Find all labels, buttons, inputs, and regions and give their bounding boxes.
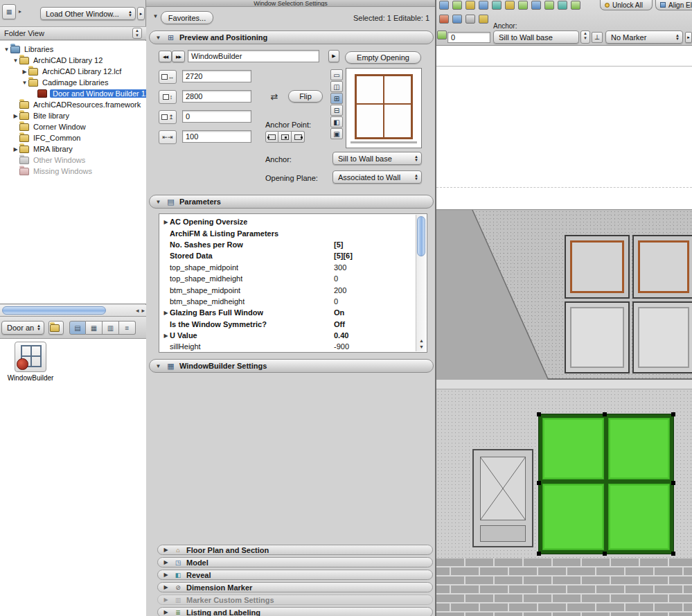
expand-arrow-icon[interactable]: ▸ [19,8,21,15]
flip-button[interactable]: Flip [288,90,323,103]
toolbar-icon[interactable] [558,1,567,10]
window-type-5-button[interactable]: ◧ [330,116,343,127]
scrollbar-arrows[interactable]: ▲▼ [416,337,427,350]
selection-handle[interactable] [671,412,675,416]
concrete-wall-upper[interactable] [436,209,692,380]
parameter-value[interactable]: -900 [334,342,349,351]
sill-reference-icon[interactable]: ⟂ [592,32,603,43]
window-type-3-button[interactable]: ⊞ [330,93,343,104]
opening-plane-dropdown[interactable]: Associated to Wall ▲▼ [332,170,422,184]
parameter-row[interactable]: top_shape_midpoint 300 [159,262,415,273]
anchor-dropdown[interactable]: Sill to Wall base ▲▼ [332,152,422,165]
section-disclosure-icon[interactable]: ▶ [162,559,170,565]
section-disclosure-icon[interactable]: ▶ [162,597,170,603]
unlock-all-button[interactable]: Unlock All [600,0,653,10]
parameter-value[interactable]: 0 [334,274,338,283]
section-header-parameters[interactable]: ▼ ▤ Parameters [149,195,434,209]
section-disclosure-icon[interactable]: ▶ [162,572,170,578]
parameter-disclosure-icon[interactable]: ▶ [162,333,170,339]
anchor-dropdown[interactable]: Sill to Wall base [493,30,579,44]
window-type-1-button[interactable]: ▭ [330,69,343,80]
parameter-value[interactable]: Off [334,320,345,328]
section-disclosure-icon[interactable]: ▼ [154,363,162,369]
view-mode-list-button[interactable]: ≡ [119,321,136,335]
load-other-window-dropdown[interactable]: Load Other Window... ▲▼ [40,7,136,20]
selection-handle[interactable] [603,412,607,416]
parameter-value[interactable]: 200 [334,286,346,294]
parameter-row[interactable]: Is the Window Symmetric? Off [159,319,415,330]
favorites-button[interactable]: Favorites... [161,11,213,24]
favorites-disclosure-icon[interactable]: ▼ [152,13,159,19]
scrollbar-thumb[interactable] [417,216,425,256]
parameter-value[interactable]: 0 [334,297,338,306]
parameter-row[interactable]: ▶ Glazing Bars Full Window On [159,307,415,318]
browse-object-button[interactable]: ▶ [328,50,339,62]
parameter-row[interactable]: btm_shape_midpoint 200 [159,284,415,295]
elevation-canvas[interactable] [436,46,692,616]
section-disclosure-icon[interactable]: ▶ [162,584,170,590]
view-mode-grid-button[interactable]: ▦ [86,321,103,335]
parameter-row[interactable]: ArchiFM & Listing Parameters [159,227,415,238]
previous-object-button[interactable]: ◀◀ [159,51,172,62]
toolbar-icon[interactable] [479,15,488,24]
section-disclosure-icon[interactable]: ▶ [162,547,170,553]
disclosure-triangle-icon[interactable]: ▶ [12,113,19,119]
anchor-center-button[interactable] [278,131,292,143]
height-field[interactable]: 2800 [182,90,251,103]
toolbar-icon[interactable] [544,1,554,10]
disclosure-triangle-icon[interactable]: ▼ [12,58,19,64]
dialog-titlebar[interactable]: Window Selection Settings [146,0,435,7]
anchor-left-button[interactable] [265,131,278,143]
tree-item[interactable]: Door and Window Builder 12 [0,88,146,99]
tree-horizontal-scrollbar[interactable]: ◂▸ [0,305,146,317]
toolbar-overflow-button[interactable]: ▸ [685,32,692,43]
object-name-field[interactable]: WindowBuilder [188,50,319,62]
selected-window[interactable] [538,414,674,554]
selection-handle[interactable] [671,552,675,556]
tree-item[interactable]: ArchiCADResources.framework [0,99,146,110]
lower-sash-left[interactable] [565,301,630,373]
toolbar-icon[interactable] [479,1,488,10]
parameter-row[interactable]: ▶ U Value 0.40 [159,330,415,341]
section-disclosure-icon[interactable]: ▼ [154,35,162,41]
next-object-button[interactable]: ▶▶ [172,51,185,62]
tree-item[interactable]: ▼ Libraries [0,44,146,55]
parameter-row[interactable]: ▶ AC Opening Oversize [159,216,415,227]
parameter-value[interactable]: [5] [334,240,343,249]
view-mode-columns-button[interactable]: ▥ [103,321,119,335]
window-type-6-button[interactable]: ▣ [330,128,343,139]
tree-item[interactable]: Corner Window [0,121,146,132]
tree-item[interactable]: ▼ Cadimage Libraries [0,77,146,88]
toolbar-icon[interactable] [531,1,541,10]
window-preview[interactable] [346,68,422,148]
toolbar-icon[interactable] [505,1,515,10]
collapsed-section-header[interactable]: ▶ Dimension Marker [157,582,433,592]
parameter-row[interactable]: Stored Data [5][6] [159,250,415,261]
tree-item[interactable]: ▶ MRA library [0,143,146,155]
parameters-scrollbar[interactable]: ▲▼ [416,215,426,351]
toolbar-icon[interactable] [571,1,580,10]
section-header-windowbuilder-settings[interactable]: ▼ ▦ WindowBuilder Settings [149,359,434,373]
coordinate-field[interactable]: 0 [447,32,490,43]
scrollbar-arrows[interactable]: ◂▸ [136,306,145,316]
tree-item[interactable]: Missing Windows [0,166,146,177]
section-header-preview[interactable]: ▼ ⊞ Preview and Positioning [149,30,434,44]
parameter-row[interactable]: No. Sashes per Row [5] [159,239,415,250]
window-type-2-button[interactable]: ◫ [330,81,343,92]
disclosure-triangle-icon[interactable]: ▼ [21,80,28,86]
elevation-field[interactable]: 0 [182,110,251,123]
section-disclosure-icon[interactable]: ▶ [162,609,170,615]
library-view-button[interactable]: ▦ [2,4,16,19]
window-type-4-button[interactable]: ⊟ [330,105,343,116]
parameter-row[interactable]: sillHeight -900 [159,341,415,352]
toolbar-icon[interactable] [465,1,475,10]
selection-handle[interactable] [537,412,541,416]
empty-opening-button[interactable]: Empty Opening [345,51,421,64]
parameter-disclosure-icon[interactable]: ▶ [162,310,170,316]
toolbar-icon[interactable] [492,1,502,10]
tree-item[interactable]: ▶ ArchiCAD Library 12.lcf [0,66,146,77]
parameter-value[interactable]: 300 [334,263,346,272]
parameter-value[interactable]: 0.40 [334,331,348,340]
scrollbar-thumb[interactable] [2,306,106,315]
brick-wall[interactable] [436,558,692,616]
